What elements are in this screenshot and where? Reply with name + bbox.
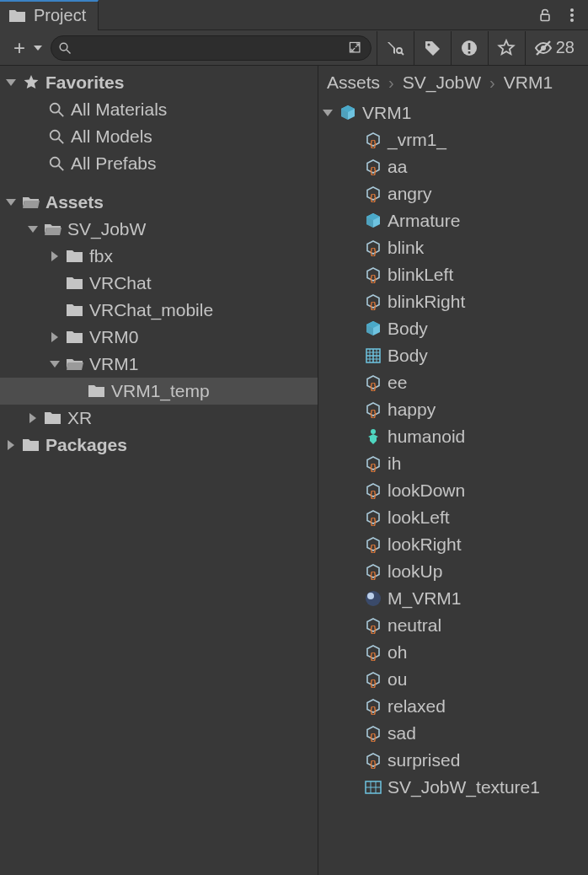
material-icon <box>364 589 382 608</box>
folder-label: fbx <box>89 246 113 266</box>
folder-vrm1-temp[interactable]: VRM1_temp <box>0 378 318 405</box>
asset-label: lookLeft <box>388 507 450 528</box>
foldout-icon[interactable] <box>49 331 61 343</box>
folder-label: VRChat <box>89 273 152 293</box>
search-icon <box>47 154 66 173</box>
favorite-item[interactable]: All Prefabs <box>0 150 318 177</box>
scriptable-icon <box>364 131 382 149</box>
asset-item[interactable]: oh <box>318 639 588 666</box>
star-icon <box>22 73 40 92</box>
asset-label: oh <box>388 642 407 663</box>
asset-item[interactable]: happy <box>318 396 588 423</box>
create-menu[interactable]: + <box>5 37 45 59</box>
scriptable-icon <box>364 508 382 527</box>
asset-item[interactable]: surprised <box>318 747 588 774</box>
asset-item[interactable]: neutral <box>318 612 588 639</box>
prefab-icon <box>339 104 357 122</box>
filter-by-type-icon[interactable] <box>377 31 414 65</box>
hidden-count[interactable]: 28 <box>525 31 583 65</box>
asset-item[interactable]: blink <box>318 234 588 261</box>
asset-label: angry <box>388 184 432 204</box>
asset-item[interactable]: ee <box>318 369 588 396</box>
foldout-icon[interactable] <box>5 439 17 451</box>
breadcrumb-item[interactable]: VRM1 <box>504 72 553 93</box>
folder-vrm0[interactable]: VRM0 <box>0 324 318 351</box>
foldout-icon[interactable] <box>49 250 61 262</box>
favorite-item[interactable]: All Materials <box>0 96 318 123</box>
asset-item[interactable]: ih <box>318 450 588 477</box>
asset-item[interactable]: blinkRight <box>318 288 588 315</box>
foldout-icon[interactable] <box>27 223 39 235</box>
asset-label: lookUp <box>388 561 442 582</box>
texture-icon <box>364 778 382 797</box>
asset-item[interactable]: lookUp <box>318 558 588 585</box>
scriptable-icon <box>364 562 382 581</box>
asset-item[interactable]: lookRight <box>318 531 588 558</box>
filter-by-label-icon[interactable] <box>414 31 451 65</box>
foldout-icon[interactable] <box>27 412 39 424</box>
folder-icon <box>88 382 106 400</box>
lock-icon[interactable] <box>537 8 553 23</box>
favorite-icon[interactable] <box>488 31 525 65</box>
expand-icon[interactable] <box>347 40 364 56</box>
asset-item[interactable]: relaxed <box>318 693 588 720</box>
asset-item[interactable]: blinkLeft <box>318 261 588 288</box>
asset-item[interactable]: sad <box>318 720 588 747</box>
tab-bar: Project <box>0 0 588 30</box>
folder-vrchat[interactable]: VRChat <box>0 270 318 297</box>
folder-vrm1[interactable]: VRM1 <box>0 351 318 378</box>
breadcrumb-item[interactable]: SV_JobW <box>403 72 481 93</box>
asset-item[interactable]: aa <box>318 153 588 180</box>
foldout-icon[interactable] <box>322 107 334 119</box>
folder-label: SV_JobW <box>67 219 146 239</box>
search-input[interactable] <box>77 40 347 55</box>
packages-root[interactable]: Packages <box>0 432 318 459</box>
favorite-item[interactable]: All Models <box>0 123 318 150</box>
asset-label: VRM1 <box>362 103 411 123</box>
asset-list: Assets › SV_JobW › VRM1 VRM1 _vrm1_aaang… <box>318 66 588 875</box>
project-tab[interactable]: Project <box>0 0 99 30</box>
scriptable-icon <box>364 293 382 311</box>
asset-item[interactable]: _vrm1_ <box>318 126 588 153</box>
folder-sv-jobw[interactable]: SV_JobW <box>0 216 318 243</box>
foldout-icon[interactable] <box>5 196 17 208</box>
asset-item[interactable]: ou <box>318 666 588 693</box>
asset-label: sad <box>388 723 416 743</box>
folder-fbx[interactable]: fbx <box>0 243 318 270</box>
log-icon[interactable] <box>451 31 488 65</box>
favorites-section[interactable]: Favorites <box>0 69 318 96</box>
asset-root[interactable]: VRM1 <box>318 99 588 126</box>
foldout-icon[interactable] <box>5 77 17 89</box>
folder-icon <box>22 436 40 454</box>
asset-item[interactable]: Body <box>318 342 588 369</box>
scriptable-icon <box>364 616 382 635</box>
search-field[interactable] <box>51 35 372 61</box>
avatar-icon <box>364 427 382 446</box>
chevron-right-icon: › <box>489 73 495 93</box>
asset-item[interactable]: humanoid <box>318 423 588 450</box>
asset-item[interactable]: lookLeft <box>318 504 588 531</box>
asset-label: SV_JobW_texture1 <box>388 777 540 797</box>
asset-label: neutral <box>388 615 441 636</box>
asset-item[interactable]: Body <box>318 315 588 342</box>
folder-vrchat-mobile[interactable]: VRChat_mobile <box>0 297 318 324</box>
asset-item[interactable]: lookDown <box>318 477 588 504</box>
mesh-icon <box>364 346 382 365</box>
search-icon <box>47 100 66 119</box>
scriptable-icon <box>364 400 382 419</box>
assets-root[interactable]: Assets <box>0 189 318 216</box>
asset-label: ih <box>388 454 401 474</box>
breadcrumb-item[interactable]: Assets <box>327 72 380 93</box>
asset-label: Body <box>388 346 428 366</box>
asset-item[interactable]: angry <box>318 180 588 207</box>
asset-item[interactable]: M_VRM1 <box>318 585 588 612</box>
asset-label: Armature <box>388 211 460 231</box>
kebab-menu-icon[interactable] <box>564 8 580 23</box>
asset-item[interactable]: Armature <box>318 207 588 234</box>
folder-xr[interactable]: XR <box>0 405 318 432</box>
folder-icon <box>22 193 40 212</box>
scriptable-icon <box>364 266 382 284</box>
asset-item[interactable]: SV_JobW_texture1 <box>318 774 588 801</box>
asset-label: blink <box>388 238 424 258</box>
foldout-icon[interactable] <box>49 358 61 370</box>
